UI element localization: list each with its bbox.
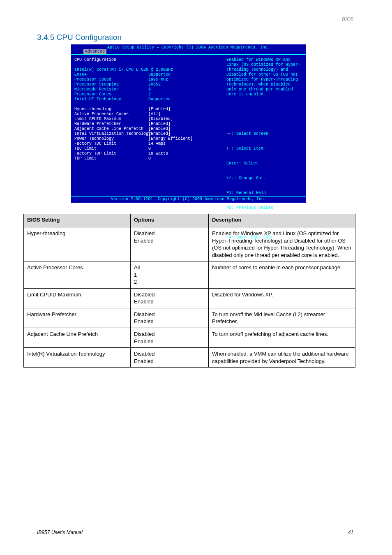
cell-desc: Disabled for Windows XP. [209, 288, 355, 308]
cell-desc: Number of cores to enable in each proces… [209, 261, 355, 289]
bios-info-row: Microcode Revision9 [74, 87, 219, 92]
cell-options: All 1 2 [131, 261, 209, 289]
bios-conf-row[interactable]: Adjacent Cache Line Prefetch[Enabled] [74, 127, 219, 132]
table-row: Active Processor Cores All 1 2 Number of… [24, 261, 355, 289]
table-row: Intel(R) Virtualization Technology Disab… [24, 348, 355, 368]
cell-desc: Enabled for Windows XP and Linux (OS opt… [209, 227, 355, 261]
bios-screenshot: Aptio Setup Utility – Copyright (C) 2009… [71, 44, 306, 203]
bios-conf-row[interactable]: Limit CPUID Maximum[Disabled] [74, 117, 219, 122]
bios-conf-row[interactable]: Power Technology[Energy Efficient] [74, 136, 219, 141]
bios-info-row: Processor Cores2 [74, 92, 219, 97]
bios-info-row: EMT64Supported [74, 72, 219, 77]
page-header-ref: BIOS [342, 16, 353, 22]
cell-options: Disabled Enabled [131, 288, 209, 308]
bios-help-text: Enabled for Windows XP and Linux (OS opt… [226, 58, 303, 97]
bios-conf-row[interactable]: Hyper-threading[Enabled] [74, 107, 219, 112]
cell-options: Disabled Enabled [131, 308, 209, 328]
table-row: Limit CPUID Maximum Disabled Enabled Dis… [24, 288, 355, 308]
bios-info-row: Processor Stepping20652 [74, 82, 219, 87]
bios-conf-row[interactable]: Active Processor Cores[All] [74, 112, 219, 117]
cell-options: Disabled Enabled [131, 328, 209, 348]
cell-options: Disabled Enabled [131, 227, 209, 261]
th-description: Description [209, 214, 355, 227]
bios-conf-row[interactable]: Intel Virtualization Technology[Enabled] [74, 132, 219, 136]
cell-setting: Hardware Prefetcher [24, 308, 131, 328]
bios-info-row: Processor Speed1995 MHz [74, 77, 219, 82]
cell-setting: Adjacent Cache Line Prefetch [24, 328, 131, 348]
table-row: Hyper-threading Disabled Enabled Enabled… [24, 227, 355, 261]
cell-setting: Limit CPUID Maximum [24, 288, 131, 308]
cell-setting: Active Processor Cores [24, 261, 131, 289]
cell-desc: When enabled, a VMM can utilize the addi… [209, 348, 355, 368]
bios-body: CPU Configuration Intel(R) Core(TM) i7 C… [71, 54, 306, 197]
cell-options: Disabled Enabled [131, 348, 209, 368]
cell-setting: Hyper-threading [24, 227, 131, 261]
bios-conf-row[interactable]: Factory TDC Limit14 Amps [74, 141, 219, 146]
cell-setting: Intel(R) Virtualization Technology [24, 348, 131, 368]
bios-heading: CPU Configuration [74, 58, 148, 62]
table-row: Hardware Prefetcher Disabled Enabled To … [24, 308, 355, 328]
bios-right-pane: Enabled for Windows XP and Linux (OS opt… [223, 55, 306, 196]
bios-conf-row[interactable]: Hardware Prefetcher[Enabled] [74, 122, 219, 127]
table-header-row: BIOS Setting Options Description [24, 214, 355, 227]
bios-cpu-name: Intel(R) Core(TM) i7 CPU L 620 @ 2.00GHz [74, 67, 148, 72]
bios-options-table: BIOS Setting Options Description Hyper-t… [23, 214, 355, 368]
footer-page-number: 41 [348, 530, 353, 535]
footer-manual-name: IB957 User's Manual [37, 530, 83, 535]
bios-left-pane: CPU Configuration Intel(R) Core(TM) i7 C… [71, 55, 223, 196]
section-title: 3.4.5 CPU Configuration [37, 33, 122, 42]
cell-desc: To turn on/off the Mid level Cache (L2) … [209, 308, 355, 328]
bios-info-row: Intel HT TechnologySupported [74, 97, 219, 102]
bios-conf-row[interactable]: Factory TDP Limit18 Watts [74, 151, 219, 156]
cell-desc: To turn on/off prefetching of adjacent c… [209, 328, 355, 348]
bios-active-tab: Advanced [83, 49, 106, 54]
th-setting: BIOS Setting [24, 214, 131, 227]
table-row: Adjacent Cache Line Prefetch Disabled En… [24, 328, 355, 348]
th-options: Options [131, 214, 209, 227]
bios-conf-row[interactable]: TDC Limit0 [74, 146, 219, 151]
bios-conf-row[interactable]: TDP Limit0 [74, 156, 219, 161]
bios-title-bar: Aptio Setup Utility – Copyright (C) 2009… [71, 44, 306, 54]
